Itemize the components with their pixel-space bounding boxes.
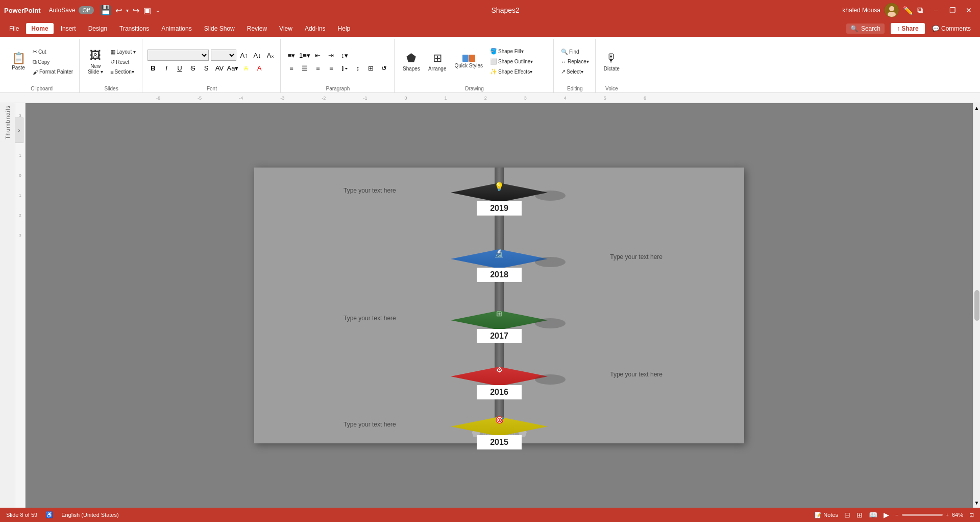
menu-view[interactable]: View: [274, 23, 298, 34]
convert-button[interactable]: ↺: [379, 62, 390, 74]
slide-sorter-button[interactable]: ⊞: [856, 511, 863, 519]
menu-addins[interactable]: Add-ins: [300, 23, 331, 34]
paragraph-label: Paragraph: [326, 84, 350, 92]
user-avatar[interactable]: [885, 3, 899, 17]
shadow-button[interactable]: S: [201, 62, 212, 74]
text-direction-button[interactable]: ↕: [352, 62, 363, 74]
fit-slide-button[interactable]: ⊡: [969, 512, 974, 518]
reset-button[interactable]: ↺Reset: [108, 58, 138, 66]
decrease-indent-button[interactable]: ⇤: [312, 50, 324, 61]
reading-view-button[interactable]: 📖: [869, 511, 877, 519]
align-center-button[interactable]: ☰: [299, 62, 310, 74]
menu-review[interactable]: Review: [242, 23, 272, 34]
share-button[interactable]: ↑ Share: [891, 23, 925, 34]
select-button[interactable]: ↗ Select ▾: [559, 67, 591, 76]
quick-styles-button[interactable]: Quick Styles: [451, 53, 486, 70]
search-box[interactable]: 🔍 Search: [846, 23, 885, 34]
format-painter-button[interactable]: 🖌Format Painter: [31, 68, 75, 76]
restore-window-icon[interactable]: ⧉: [917, 6, 923, 15]
layout-button[interactable]: ▦Layout ▾: [108, 48, 138, 56]
autosave-area: AutoSave Off: [49, 6, 94, 14]
edit-icon[interactable]: ✏️: [903, 6, 913, 15]
quick-access-toolbar: 💾 ↩ ▾ ↪ ▣ ⌄: [100, 5, 160, 16]
notes-button[interactable]: 📝 Notes: [815, 512, 838, 518]
menu-bar: File Home Insert Design Transitions Anim…: [0, 20, 980, 37]
bullets-button[interactable]: ≡▾: [286, 50, 297, 61]
save-icon[interactable]: 💾: [100, 5, 111, 16]
zoom-area: − + 64%: [895, 512, 963, 518]
shape-effects-button[interactable]: ✨ Shape Effects ▾: [488, 67, 549, 76]
line-spacing-button[interactable]: ↕▾: [339, 50, 350, 61]
scrollbar-thumb[interactable]: [974, 290, 979, 321]
increase-font-button[interactable]: A↑: [238, 50, 250, 61]
shapes-button[interactable]: ⬟ Shapes: [400, 50, 423, 74]
replace-button[interactable]: ↔ Replace ▾: [559, 58, 591, 66]
redo-icon[interactable]: ↪: [133, 6, 139, 15]
scrollbar-down-button[interactable]: ▼: [973, 499, 980, 507]
status-bar: Slide 8 of 59 ♿ English (United States) …: [0, 508, 980, 522]
close-button[interactable]: ✕: [962, 5, 976, 16]
undo-icon[interactable]: ↩: [115, 6, 122, 15]
decrease-font-button[interactable]: A↓: [252, 50, 263, 61]
zoom-slider[interactable]: [902, 514, 943, 516]
dictate-button[interactable]: 🎙 Dictate: [601, 50, 623, 74]
text-2018-right[interactable]: Type your text here: [610, 253, 663, 260]
menu-file[interactable]: File: [4, 23, 24, 34]
align-right-button[interactable]: ≡: [312, 62, 324, 74]
italic-button[interactable]: I: [161, 62, 172, 74]
menu-slideshow[interactable]: Slide Show: [199, 23, 240, 34]
align-left-button[interactable]: ≡: [286, 62, 297, 74]
new-slide-button[interactable]: 🖼 NewSlide ▾: [85, 47, 106, 77]
text-2015-left[interactable]: Type your text here: [344, 421, 396, 428]
font-size-select[interactable]: [211, 50, 236, 61]
minimize-button[interactable]: –: [929, 5, 943, 16]
columns-button[interactable]: ⫿▾: [339, 62, 350, 74]
cut-button[interactable]: ✂Cut: [31, 48, 75, 56]
increase-indent-button[interactable]: ⇥: [326, 50, 337, 61]
scrollbar-up-button[interactable]: ▲: [973, 104, 980, 112]
undo-dropdown-icon[interactable]: ▾: [126, 8, 129, 13]
horizontal-ruler: -6-5-4-3-2-1 0 123456: [0, 93, 980, 103]
menu-design[interactable]: Design: [83, 23, 112, 34]
underline-button[interactable]: U: [174, 62, 185, 74]
menu-help[interactable]: Help: [333, 23, 356, 34]
comments-button[interactable]: 💬 Comments: [927, 23, 976, 34]
normal-view-button[interactable]: ⊟: [844, 511, 850, 519]
menu-animations[interactable]: Animations: [156, 23, 197, 34]
paste-button[interactable]: 📋 Paste: [8, 51, 29, 73]
numbering-button[interactable]: 1≡▾: [299, 50, 310, 61]
changecase-button[interactable]: Aa▾: [227, 62, 238, 74]
text-2016-right[interactable]: Type your text here: [610, 371, 663, 378]
menu-transitions[interactable]: Transitions: [114, 23, 154, 34]
strikethrough-button[interactable]: S: [187, 62, 199, 74]
text-2017-left[interactable]: Type your text here: [344, 315, 396, 322]
font-name-select[interactable]: [148, 50, 209, 61]
presentation-icon[interactable]: ▣: [143, 6, 151, 15]
panel-toggle-button[interactable]: ›: [15, 117, 23, 143]
vertical-scrollbar[interactable]: ▲ ▼: [973, 103, 980, 508]
fontcolor-button[interactable]: A: [254, 62, 265, 74]
menu-home[interactable]: Home: [26, 23, 53, 34]
text-2019-left[interactable]: Type your text here: [344, 187, 396, 194]
copy-button[interactable]: ⧉Copy: [31, 58, 75, 66]
shape-fill-button[interactable]: 🪣 Shape Fill ▾: [488, 47, 549, 56]
bold-button[interactable]: B: [148, 62, 159, 74]
spacing-button[interactable]: AV: [214, 62, 225, 74]
arrange-button[interactable]: ⊞ Arrange: [425, 50, 450, 74]
customize-icon[interactable]: ⌄: [155, 7, 160, 14]
shape-outline-button[interactable]: ⬜ Shape Outline ▾: [488, 57, 549, 66]
vertical-ruler: 3210123: [15, 103, 26, 508]
smart-art-button[interactable]: ⊞: [365, 62, 377, 74]
find-button[interactable]: 🔍 Find: [559, 48, 591, 56]
autosave-toggle[interactable]: Off: [79, 6, 94, 14]
slideshow-view-button[interactable]: ▶: [884, 511, 889, 519]
restore-button[interactable]: ❐: [945, 5, 960, 16]
section-button[interactable]: ≡Section▾: [108, 68, 138, 76]
zoom-out-button[interactable]: −: [895, 512, 898, 518]
justify-button[interactable]: ≡: [326, 62, 337, 74]
highlight-button[interactable]: A: [240, 62, 252, 74]
slide-area[interactable]: 💡 2019 Type your text here: [26, 103, 973, 508]
menu-insert[interactable]: Insert: [56, 23, 81, 34]
zoom-in-button[interactable]: +: [946, 512, 949, 518]
clear-format-button[interactable]: Aₓ: [265, 50, 276, 61]
